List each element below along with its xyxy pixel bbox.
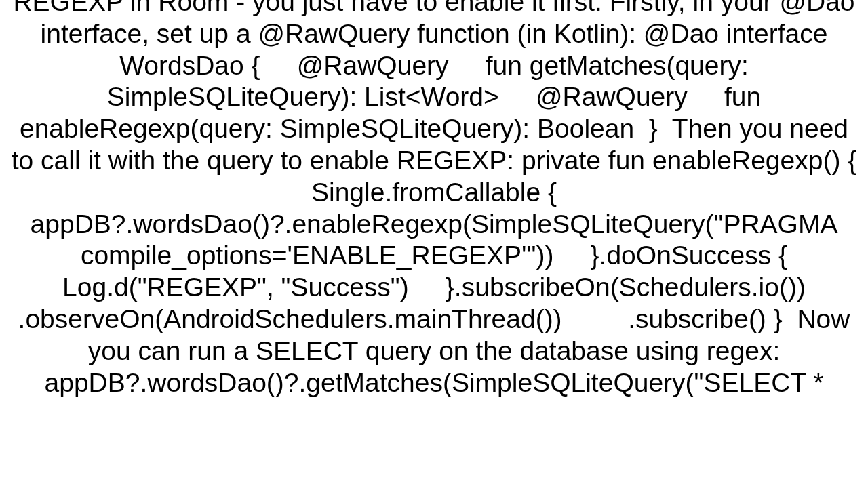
document-body: REGEXP in Room - you just have to enable… bbox=[0, 0, 868, 399]
